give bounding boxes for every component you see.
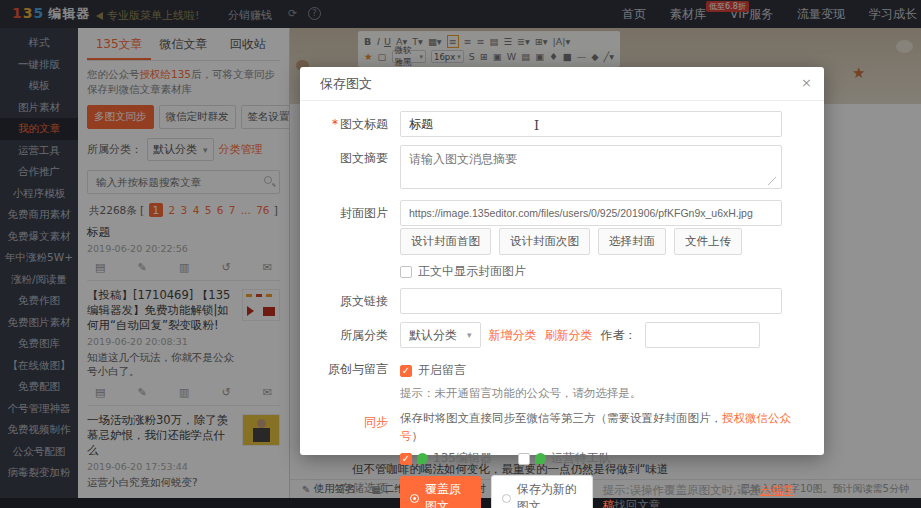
app-screen: 135编辑器 专业版菜单上线啦! 分销赚钱 ⟳ ? 首页 素材库 VIP服务 流… (0, 0, 921, 508)
cover-buttons: 设计封面首图 设计封面次图 选择封面 文件上传 (400, 228, 804, 255)
enable-comment-row: ✓ 开启留言 (400, 362, 804, 379)
close-icon[interactable]: × (801, 75, 812, 90)
show-cover-checkbox-row: 正文中显示封面图片 (400, 263, 804, 280)
modal-category-value: 默认分类 (409, 327, 457, 344)
add-category-link[interactable]: 新增分类 (489, 327, 537, 344)
choose-cover-button[interactable]: 选择封面 (598, 228, 666, 255)
digest-textarea[interactable] (400, 145, 782, 189)
category-field-label: 所属分类 (300, 322, 400, 348)
sync-description: 保存时将图文直接同步至微信等第三方（需要设置好封面图片，授权微信公众号） (400, 409, 804, 445)
radio-unselected-icon (502, 494, 511, 503)
chevron-down-icon: ▾ (467, 330, 472, 340)
account-checkbox-unchecked[interactable] (518, 453, 530, 465)
title-field-row: *图文标题 I (300, 111, 804, 137)
sync-row: 同步 保存时将图文直接同步至微信等第三方（需要设置好封面图片，授权微信公众号） … (300, 409, 804, 467)
design-cover-second-button[interactable]: 设计封面次图 (499, 228, 590, 255)
design-cover-first-button[interactable]: 设计封面首图 (400, 228, 491, 255)
storage-hint-prefix: 提示:误操作覆盖原图文时,请去 (603, 483, 760, 497)
wechat-icon (535, 453, 546, 464)
enable-comment-label: 开启留言 (418, 362, 466, 379)
account-checkbox-checked[interactable]: ✓ (400, 453, 412, 465)
refresh-category-link[interactable]: 刷新分类 (545, 327, 593, 344)
cover-field-row: 封面图片 设计封面首图 设计封面次图 选择封面 文件上传 正文中显示封面图片 (300, 200, 804, 280)
digest-field-row: 图文摘要 (300, 145, 804, 192)
comment-hint: 提示：未开通留言功能的公众号，请勿选择是。 (400, 386, 804, 401)
sync-accounts: ✓ 135编辑器 运营特工队 (400, 450, 804, 467)
sync-text: 保存时将图文直接同步至微信等第三方（需要设置好封面图片， (400, 411, 722, 425)
wechat-icon (417, 453, 428, 464)
save-article-modal: 保存图文 × *图文标题 I 图文摘要 封面图片 (300, 67, 824, 455)
cover-url-input[interactable] (400, 200, 782, 226)
original-comment-row: 原创与留言 ✓ 开启留言 提示：未开通留言功能的公众号，请勿选择是。 (300, 356, 804, 401)
account-name: 135编辑器 (433, 450, 492, 467)
source-link-input[interactable] (400, 288, 782, 314)
title-field-label: *图文标题 (300, 111, 400, 137)
overwrite-original-radio[interactable]: 覆盖原图文 (400, 476, 481, 508)
storage-options-row: 存储选项 覆盖原图文 保存为新的图文 提示:误操作覆盖原图文时,请去云端草稿找回… (300, 475, 804, 508)
original-comment-label: 原创与留言 (300, 356, 400, 382)
author-input[interactable] (645, 322, 760, 348)
digest-field-label: 图文摘要 (300, 145, 400, 171)
source-link-row: 原文链接 (300, 288, 804, 314)
sync-account-special-team: 运营特工队 (518, 450, 611, 467)
storage-hint-suffix: 找回文章 (614, 498, 660, 508)
article-title-input[interactable] (400, 111, 782, 137)
show-cover-label: 正文中显示封面图片 (418, 263, 526, 280)
storage-hint: 提示:误操作覆盖原图文时,请去云端草稿找回文章 (603, 483, 804, 508)
save-as-new-radio[interactable]: 保存为新的图文 (491, 475, 593, 508)
show-cover-checkbox[interactable] (400, 266, 412, 278)
account-name: 运营特工队 (551, 450, 611, 467)
radio-selected-icon (410, 494, 419, 503)
author-label: 作者： (601, 327, 637, 344)
file-upload-button[interactable]: 文件上传 (674, 228, 742, 255)
cover-field-label: 封面图片 (300, 200, 400, 226)
sync-account-135editor: ✓ 135编辑器 (400, 450, 492, 467)
category-field-row: 所属分类 默认分类▾ 新增分类 刷新分类 作者： (300, 322, 804, 348)
modal-title: 保存图文 (300, 67, 824, 101)
sync-label: 同步 (300, 409, 400, 435)
save-as-new-label: 保存为新的图文 (517, 481, 582, 508)
modal-category-select[interactable]: 默认分类▾ (400, 322, 481, 348)
required-mark: * (332, 117, 338, 131)
title-label-text: 图文标题 (340, 117, 388, 131)
enable-comment-checkbox[interactable]: ✓ (400, 365, 412, 377)
sync-text-end: ） (412, 429, 424, 443)
storage-options-label: 存储选项 (300, 475, 400, 501)
source-link-label: 原文链接 (300, 288, 400, 314)
overwrite-original-label: 覆盖原图文 (425, 481, 471, 508)
